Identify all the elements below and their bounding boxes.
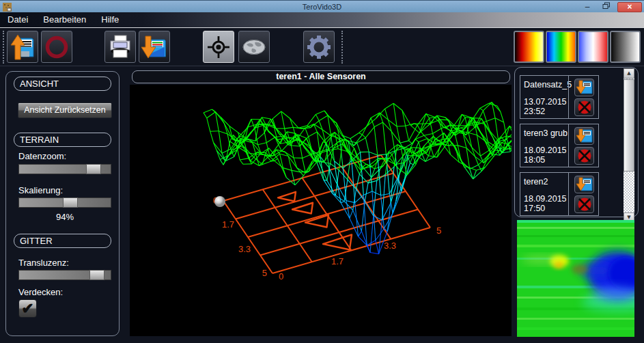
delete-x-icon: [576, 99, 593, 115]
heatmap-image: [517, 220, 634, 337]
transluzenz-slider[interactable]: [18, 270, 111, 280]
app-window: TeroVido3D – × Datei Bearbeiten Hilfe: [0, 0, 644, 343]
dataset-save-button[interactable]: [574, 79, 594, 96]
delete-x-icon: [576, 148, 593, 164]
dataset-time: 17:50: [524, 204, 545, 213]
dataset-delete-button[interactable]: [574, 98, 594, 116]
floppy-down-arrow-icon: [141, 33, 168, 61]
datenzoom-label: Datenzoom:: [18, 151, 66, 161]
card-divider: [568, 173, 569, 215]
menubar: Datei Bearbeiten Hilfe: [0, 12, 644, 28]
terrain-3d-scene: 001.71.73.33.355: [130, 85, 512, 336]
svg-text:3.3: 3.3: [238, 244, 251, 254]
menu-bearbeiten[interactable]: Bearbeiten: [36, 12, 94, 28]
dataset-name: teren2: [524, 177, 548, 187]
transluzenz-slider-handle[interactable]: [89, 270, 104, 280]
globe-icon: [240, 33, 268, 61]
palette-blue-white-red-button[interactable]: [578, 31, 608, 63]
skalierung-slider[interactable]: [18, 197, 111, 208]
menu-datei[interactable]: Datei: [0, 12, 36, 28]
restore-icon: [602, 2, 611, 10]
record-button[interactable]: [41, 31, 72, 63]
floppy-down-arrow-icon: [576, 176, 593, 193]
skalierung-slider-handle[interactable]: [63, 197, 78, 208]
reset-view-button[interactable]: Ansicht Zurücksetzen: [18, 102, 112, 118]
minimize-button[interactable]: –: [579, 2, 596, 12]
svg-text:1.7: 1.7: [222, 219, 234, 230]
section-terrain: TERRAIN: [14, 133, 111, 147]
dataset-delete-button[interactable]: [574, 195, 594, 213]
record-circle-icon: [43, 33, 70, 61]
svg-text:1.7: 1.7: [331, 256, 344, 266]
dataset-save-button[interactable]: [574, 127, 594, 145]
card-divider: [568, 124, 569, 167]
menu-hilfe[interactable]: Hilfe: [94, 12, 126, 28]
dataset-scrollbar: ▲ ▼: [624, 68, 634, 223]
dataset-name: Datensatz_5: [524, 80, 572, 90]
svg-text:0: 0: [279, 271, 283, 282]
print-button[interactable]: [104, 31, 136, 63]
dataset-time: 18:05: [524, 155, 545, 165]
floppy-up-arrow-icon: [9, 33, 36, 61]
scrollbar-up-button[interactable]: ▲: [624, 68, 634, 79]
verdecken-checkbox[interactable]: ✔: [18, 299, 37, 318]
gear-icon: [305, 33, 333, 61]
palette-grayscale-button[interactable]: [610, 31, 641, 63]
printer-icon: [107, 33, 134, 61]
crosshair-icon: [205, 33, 232, 61]
dataset-card: teren2 18.09.2015 17:50: [520, 172, 599, 216]
delete-x-icon: [576, 196, 593, 212]
dataset-time: 23:52: [524, 107, 545, 116]
preview-heatmap[interactable]: [517, 220, 634, 337]
titlebar: TeroVido3D – ×: [0, 0, 644, 12]
palette-heat-button[interactable]: [514, 31, 544, 63]
floppy-down-arrow-icon: [576, 128, 593, 144]
verdecken-label: Verdecken:: [18, 287, 63, 297]
settings-button[interactable]: [303, 31, 335, 63]
dataset-date: 13.07.2015: [524, 97, 567, 107]
close-button[interactable]: ×: [617, 2, 642, 12]
datenzoom-slider[interactable]: [18, 164, 111, 174]
dataset-date: 18.09.2015: [524, 194, 567, 204]
window-controls: – ×: [579, 1, 642, 13]
skalierung-label: Skalierung:: [18, 185, 63, 195]
section-gitter: GITTER: [14, 234, 111, 248]
scrollbar-thumb[interactable]: [624, 79, 634, 172]
viewport-3d[interactable]: 001.71.73.33.355: [130, 85, 512, 336]
save-view-button[interactable]: [139, 31, 170, 63]
load-dataset-button[interactable]: [7, 31, 38, 63]
svg-text:5: 5: [262, 268, 267, 278]
svg-text:3.3: 3.3: [384, 241, 396, 251]
restore-button[interactable]: [598, 2, 615, 12]
datenzoom-slider-handle[interactable]: [86, 164, 101, 174]
window-title: TeroVido3D: [0, 1, 644, 13]
floppy-down-arrow-icon: [576, 79, 593, 96]
skalierung-value: 94%: [18, 212, 111, 222]
card-divider: [568, 76, 569, 118]
dataset-card: teren3 grub 18.09.2015 18:05: [520, 124, 599, 167]
dataset-card: Datensatz_5 13.07.2015 23:52: [520, 75, 599, 119]
globe-button[interactable]: [238, 31, 270, 63]
dataset-name: teren3 grub: [524, 128, 568, 138]
dataset-date: 18.09.2015: [524, 146, 567, 155]
palette-rainbow-button[interactable]: [546, 31, 576, 63]
dataset-save-button[interactable]: [574, 176, 594, 193]
toolbar-separator: [341, 31, 343, 64]
section-ansicht: ANSICHT: [14, 77, 111, 91]
toolbar-separator: [3, 31, 4, 64]
toolbar: [0, 28, 644, 66]
dataset-delete-button[interactable]: [574, 147, 594, 165]
viewport-title: teren1 - Alle Sensoren: [132, 70, 510, 83]
svg-text:5: 5: [436, 225, 441, 236]
transluzenz-label: Transluzenz:: [18, 258, 69, 268]
center-view-button[interactable]: [203, 31, 234, 63]
